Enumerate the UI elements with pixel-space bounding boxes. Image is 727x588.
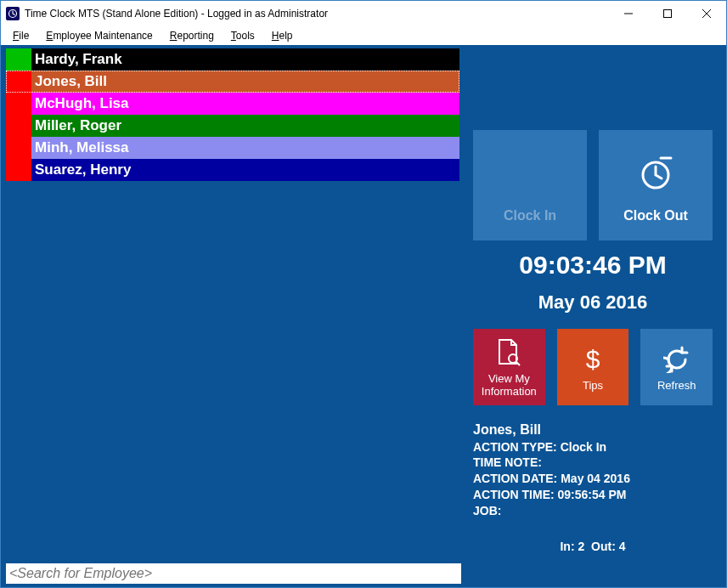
tips-button[interactable]: $ Tips [557,329,629,405]
employee-status-swatch [6,137,31,159]
details-block: Jones, Bill ACTION TYPE: Clock In TIME N… [473,421,713,519]
in-out-counts: In: 2 Out: 4 [473,540,713,553]
employee-row[interactable]: Jones, Bill [6,71,459,93]
search-wrap [6,563,461,584]
clock-in-button[interactable]: Clock In [473,130,587,240]
detail-action-type: ACTION TYPE: Clock In [473,439,713,455]
employee-row[interactable]: Miller, Roger [6,115,459,137]
employee-row[interactable]: Suarez, Henry [6,159,459,181]
employee-name: Miller, Roger [31,115,459,137]
refresh-label: Refresh [657,379,696,392]
maximize-icon [663,9,672,18]
menu-file[interactable]: File [4,28,37,43]
clock-out-label: Clock Out [623,208,688,223]
action-tiles: View My Information $ Tips Refresh [473,329,713,405]
employee-row[interactable]: Minh, Melissa [6,137,459,159]
window-controls [609,1,726,26]
employee-status-swatch [6,93,31,115]
clock-row: Clock In Clock Out [473,130,713,240]
employee-row[interactable]: McHugh, Lisa [6,93,459,115]
employee-name: McHugh, Lisa [31,93,459,115]
tips-label: Tips [583,379,603,392]
minimize-button[interactable] [609,1,648,26]
svg-rect-1 [664,10,672,18]
menubar: File Employee Maintenance Reporting Tool… [1,26,726,45]
employee-status-swatch [6,71,31,93]
search-input[interactable] [6,563,461,584]
detail-action-time: ACTION TIME: 09:56:54 PM [473,487,713,503]
employee-status-swatch [6,159,31,181]
employee-row[interactable]: Hardy, Frank [6,48,459,71]
right-panel: Clock In Clock Out 09:03:46 PM May 06 20… [459,45,726,587]
current-date: May 06 2016 [473,291,713,314]
minimize-icon [624,9,633,18]
clock-in-label: Clock In [504,208,556,223]
current-time: 09:03:46 PM [473,251,713,280]
close-button[interactable] [687,1,726,26]
detail-action-date: ACTION DATE: May 04 2016 [473,471,713,487]
employee-name: Suarez, Henry [31,159,459,181]
employee-name: Minh, Melissa [31,137,459,159]
detail-name: Jones, Bill [473,421,713,439]
svg-text:$: $ [586,345,600,373]
employee-list: Hardy, FrankJones, BillMcHugh, LisaMille… [6,48,459,181]
refresh-icon [663,343,690,376]
employee-status-swatch [6,48,31,71]
employee-name: Hardy, Frank [31,48,459,71]
titlebar: Time Clock MTS (Stand Alone Edition) - L… [1,1,726,26]
employee-panel: Hardy, FrankJones, BillMcHugh, LisaMille… [1,45,459,587]
window-title: Time Clock MTS (Stand Alone Edition) - L… [25,8,609,20]
menu-help[interactable]: Help [263,28,302,43]
maximize-button[interactable] [648,1,687,26]
detail-time-note: TIME NOTE: [473,455,713,471]
menu-tools[interactable]: Tools [223,28,263,43]
detail-job: JOB: [473,503,713,519]
close-icon [702,9,711,18]
dollar-icon: $ [584,343,601,376]
document-search-icon [496,336,521,369]
view-my-info-label: View My Information [473,372,545,398]
clock-out-button[interactable]: Clock Out [599,130,713,240]
menu-employee-maintenance[interactable]: Employee Maintenance [37,28,161,43]
view-my-info-button[interactable]: View My Information [473,329,545,405]
content-area: Hardy, FrankJones, BillMcHugh, LisaMille… [1,45,726,587]
refresh-button[interactable]: Refresh [640,329,713,405]
app-icon [6,7,20,20]
employee-status-swatch [6,115,31,137]
app-window: Time Clock MTS (Stand Alone Edition) - L… [0,0,727,588]
employee-name: Jones, Bill [31,71,459,93]
clock-out-icon [635,147,676,200]
menu-reporting[interactable]: Reporting [161,28,223,43]
